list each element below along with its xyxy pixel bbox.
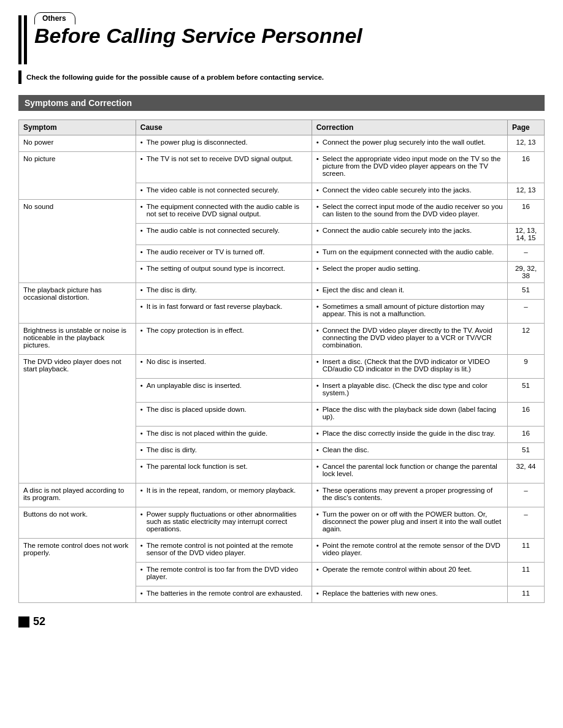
cell-correction: Connect the audio cable securely into th… <box>312 224 507 245</box>
table-header-row: Symptom Cause Correction Page <box>19 120 545 135</box>
cell-correction: Replace the batteries with new ones. <box>312 586 507 603</box>
table-row: No pictureThe TV is not set to receive D… <box>19 152 545 183</box>
page-title: Before Calling Service Personnel <box>34 25 545 47</box>
cell-correction: These operations may prevent a proper pr… <box>312 483 507 507</box>
cell-correction: Select the proper audio setting. <box>312 262 507 283</box>
cell-page: – <box>508 245 545 262</box>
cell-correction: Clean the disc. <box>312 443 507 460</box>
others-tab: Others <box>34 12 75 25</box>
page-header: Others Before Calling Service Personnel <box>18 12 545 64</box>
cell-cause: The equipment connected with the audio c… <box>136 200 312 224</box>
cell-page: 51 <box>508 379 545 403</box>
section-title: Symptoms and Correction <box>25 98 132 108</box>
page-box-icon <box>18 616 29 628</box>
decorative-bars <box>18 15 27 64</box>
cell-page: 16 <box>508 152 545 183</box>
cell-symptom: No sound <box>19 200 136 283</box>
cell-cause: The disc is placed upside down. <box>136 403 312 427</box>
cell-correction: Insert a disc. (Check that the DVD indic… <box>312 355 507 379</box>
cell-cause: The setting of output sound type is inco… <box>136 262 312 283</box>
cell-cause: No disc is inserted. <box>136 355 312 379</box>
table-row: No soundThe equipment connected with the… <box>19 200 545 224</box>
cell-page: 11 <box>508 563 545 586</box>
cell-correction: Turn on the equipment connected with the… <box>312 245 507 262</box>
cell-symptom: No picture <box>19 152 136 200</box>
subtitle-section: Check the following guide for the possib… <box>18 70 545 84</box>
cell-cause: Power supply fluctuations or other abnor… <box>136 507 312 539</box>
cell-page: 51 <box>508 283 545 300</box>
section-header: Symptoms and Correction <box>18 95 545 111</box>
cell-correction: Place the disc correctly inside the guid… <box>312 427 507 443</box>
cell-correction: Connect the video cable securely into th… <box>312 183 507 200</box>
cell-correction: Operate the remote control within about … <box>312 563 507 586</box>
col-cause: Cause <box>136 120 312 135</box>
cell-symptom: The DVD video player does not start play… <box>19 355 136 483</box>
cell-symptom: Brightness is unstable or noise is notic… <box>19 324 136 355</box>
cell-page: – <box>508 507 545 539</box>
cell-cause: It is in the repeat, random, or memory p… <box>136 483 312 507</box>
cell-correction: Cancel the parental lock function or cha… <box>312 460 507 483</box>
cell-correction: Turn the power on or off with the POWER … <box>312 507 507 539</box>
header-content: Others Before Calling Service Personnel <box>34 12 545 52</box>
cell-cause: The remote control is not pointed at the… <box>136 539 312 563</box>
cell-cause: The disc is dirty. <box>136 283 312 300</box>
cell-page: 51 <box>508 443 545 460</box>
cell-symptom: No power <box>19 135 136 152</box>
subtitle-bar-decoration <box>18 70 21 84</box>
cell-cause: The parental lock function is set. <box>136 460 312 483</box>
table-row: The remote control does not work properl… <box>19 539 545 563</box>
cell-cause: An unplayable disc is inserted. <box>136 379 312 403</box>
cell-page: 11 <box>508 586 545 603</box>
cell-correction: Select the appropriate video input mode … <box>312 152 507 183</box>
cell-page: 32, 44 <box>508 460 545 483</box>
cell-correction: Place the disc with the playback side do… <box>312 403 507 427</box>
cell-page: 12, 13 <box>508 135 545 152</box>
cell-cause: The batteries in the remote control are … <box>136 586 312 603</box>
cell-page: 12 <box>508 324 545 355</box>
cell-correction: Connect the DVD video player directly to… <box>312 324 507 355</box>
symptoms-table: Symptom Cause Correction Page No powerTh… <box>18 119 545 603</box>
table-row: Buttons do not work.Power supply fluctua… <box>19 507 545 539</box>
cell-page: 12, 13 <box>508 183 545 200</box>
col-correction: Correction <box>312 120 507 135</box>
cell-correction: Connect the power plug securely into the… <box>312 135 507 152</box>
cell-cause: The audio cable is not connected securel… <box>136 224 312 245</box>
tab-label: Others <box>42 14 66 23</box>
cell-correction: Sometimes a small amount of picture dist… <box>312 300 507 324</box>
cell-symptom: The remote control does not work properl… <box>19 539 136 603</box>
cell-correction: Eject the disc and clean it. <box>312 283 507 300</box>
cell-symptom: Buttons do not work. <box>19 507 136 539</box>
subtitle-text: Check the following guide for the possib… <box>26 74 324 81</box>
cell-correction: Point the remote control at the remote s… <box>312 539 507 563</box>
page-number: 52 <box>33 615 45 628</box>
table-row: A disc is not played according to its pr… <box>19 483 545 507</box>
cell-page: – <box>508 483 545 507</box>
page-number-section: 52 <box>18 615 545 628</box>
cell-page: 11 <box>508 539 545 563</box>
col-symptom: Symptom <box>19 120 136 135</box>
cell-page: 16 <box>508 200 545 224</box>
cell-cause: The remote control is too far from the D… <box>136 563 312 586</box>
cell-page: 12, 13, 14, 15 <box>508 224 545 245</box>
cell-cause: The disc is dirty. <box>136 443 312 460</box>
cell-cause: The TV is not set to receive DVD signal … <box>136 152 312 183</box>
cell-cause: It is in fast forward or fast reverse pl… <box>136 300 312 324</box>
col-page: Page <box>508 120 545 135</box>
cell-correction: Select the correct input mode of the aud… <box>312 200 507 224</box>
cell-page: 29, 32, 38 <box>508 262 545 283</box>
table-row: No powerThe power plug is disconnected.C… <box>19 135 545 152</box>
cell-cause: The power plug is disconnected. <box>136 135 312 152</box>
cell-cause: The copy protection is in effect. <box>136 324 312 355</box>
cell-symptom: A disc is not played according to its pr… <box>19 483 136 507</box>
cell-cause: The audio receiver or TV is turned off. <box>136 245 312 262</box>
table-row: The DVD video player does not start play… <box>19 355 545 379</box>
cell-symptom: The playback picture has occasional dist… <box>19 283 136 324</box>
table-row: The playback picture has occasional dist… <box>19 283 545 300</box>
cell-cause: The video cable is not connected securel… <box>136 183 312 200</box>
cell-page: – <box>508 300 545 324</box>
table-row: Brightness is unstable or noise is notic… <box>19 324 545 355</box>
cell-page: 9 <box>508 355 545 379</box>
cell-correction: Insert a playable disc. (Check the disc … <box>312 379 507 403</box>
cell-page: 16 <box>508 427 545 443</box>
cell-cause: The disc is not placed within the guide. <box>136 427 312 443</box>
